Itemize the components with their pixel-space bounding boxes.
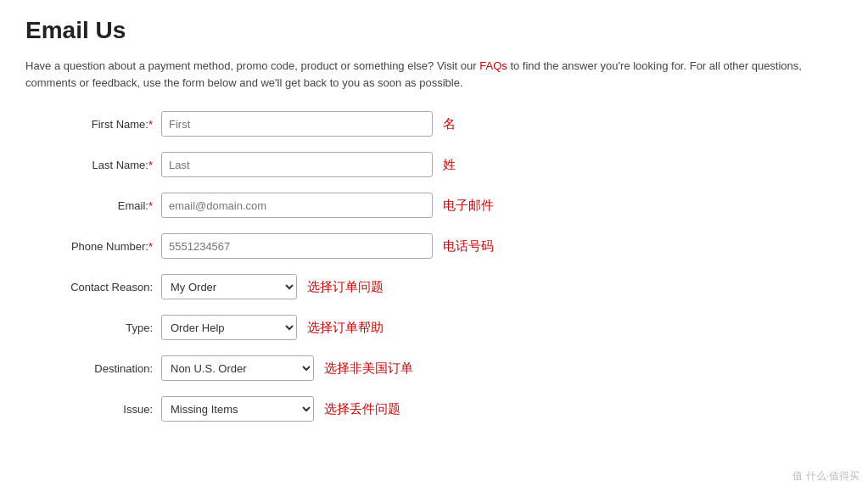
email-control-wrapper: 电子邮件 (161, 193, 494, 218)
contact-reason-row: Contact Reason: My Order Payment Promo C… (25, 274, 843, 299)
contact-reason-control-wrapper: My Order Payment Promo Code Product Othe… (161, 274, 384, 299)
issue-row: Issue: Missing Items Wrong Item Damaged … (25, 396, 843, 422)
contact-reason-label: Contact Reason: (25, 281, 161, 294)
issue-select[interactable]: Missing Items Wrong Item Damaged Item La… (161, 396, 314, 422)
email-annotation: 电子邮件 (443, 198, 494, 214)
type-row: Type: Order Help Order Status Return Can… (25, 315, 843, 340)
first-name-row: First Name:* 名 (25, 111, 843, 137)
type-control-wrapper: Order Help Order Status Return Cancel 选择… (161, 315, 384, 340)
phone-label: Phone Number:* (25, 240, 161, 253)
first-name-annotation: 名 (443, 116, 456, 132)
intro-paragraph: Have a question about a payment method, … (25, 58, 843, 91)
watermark: 值 什么·值得买 (792, 469, 860, 484)
type-label: Type: (25, 321, 161, 334)
destination-row: Destination: Non U.S. Order U.S. Order 选… (25, 355, 843, 381)
last-name-label: Last Name:* (25, 159, 161, 171)
type-select[interactable]: Order Help Order Status Return Cancel (161, 315, 297, 340)
phone-annotation: 电话号码 (443, 238, 494, 254)
last-name-annotation: 姓 (443, 157, 456, 173)
email-input[interactable] (161, 193, 433, 218)
first-name-control-wrapper: 名 (161, 111, 456, 137)
issue-control-wrapper: Missing Items Wrong Item Damaged Item La… (161, 396, 400, 422)
email-label: Email:* (25, 199, 161, 212)
issue-annotation: 选择丢件问题 (324, 401, 400, 417)
phone-input[interactable] (161, 233, 433, 259)
type-annotation: 选择订单帮助 (307, 320, 384, 336)
issue-label: Issue: (25, 403, 161, 416)
destination-label: Destination: (25, 362, 161, 375)
phone-control-wrapper: 电话号码 (161, 233, 494, 259)
last-name-input[interactable] (161, 152, 433, 177)
email-row: Email:* 电子邮件 (25, 193, 843, 218)
contact-reason-select[interactable]: My Order Payment Promo Code Product Othe… (161, 274, 297, 299)
last-name-row: Last Name:* 姓 (25, 152, 843, 177)
contact-reason-annotation: 选择订单问题 (307, 279, 384, 295)
destination-annotation: 选择非美国订单 (324, 361, 413, 377)
page-title: Email Us (25, 17, 843, 44)
intro-text-before: Have a question about a payment method, … (25, 59, 479, 72)
phone-row: Phone Number:* 电话号码 (25, 233, 843, 259)
first-name-input[interactable] (161, 111, 433, 137)
faq-link[interactable]: FAQs (479, 59, 507, 72)
last-name-control-wrapper: 姓 (161, 152, 456, 177)
first-name-label: First Name:* (25, 118, 161, 131)
destination-select[interactable]: Non U.S. Order U.S. Order (161, 355, 314, 381)
destination-control-wrapper: Non U.S. Order U.S. Order 选择非美国订单 (161, 355, 413, 381)
